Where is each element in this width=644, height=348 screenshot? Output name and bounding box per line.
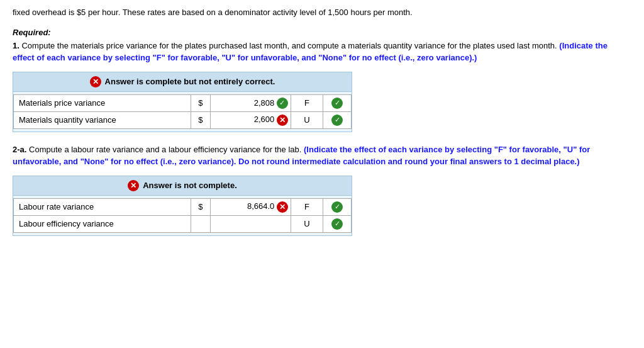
- row3-label: Labour rate variance: [14, 198, 191, 215]
- required-label: Required:: [13, 28, 631, 37]
- row1-value-check-icon: ✓: [277, 98, 288, 109]
- table-row: Materials quantity variance $ 2,600 ✕ U …: [14, 111, 352, 128]
- table-row: Materials price variance $ 2,808 ✓ F ✓: [14, 94, 352, 111]
- row4-value: [210, 215, 291, 232]
- answer-1-status: Answer is complete but not entirely corr…: [105, 77, 275, 86]
- answer-2-header: ✕ Answer is not complete.: [13, 176, 352, 196]
- row1-fvu: F: [291, 94, 323, 111]
- row3-value-x-icon: ✕: [277, 201, 288, 213]
- row2-dollar: $: [191, 111, 210, 128]
- row4-fvu-check-icon: ✓: [331, 218, 343, 230]
- answer-2-status: Answer is not complete.: [143, 181, 237, 190]
- row2-fvu-check: ✓: [323, 111, 352, 128]
- answer-1-table-wrap: Materials price variance $ 2,808 ✓ F ✓ M…: [13, 92, 352, 132]
- row4-dollar: [191, 215, 210, 232]
- q2a-number: 2-a.: [13, 145, 26, 154]
- answer-1-table: Materials price variance $ 2,808 ✓ F ✓ M…: [13, 94, 352, 129]
- table-row: Labour rate variance $ 8,664.0 ✕ F ✓: [14, 198, 352, 215]
- row3-fvu-check-icon: ✓: [331, 201, 343, 213]
- q1-number: 1.: [13, 41, 19, 50]
- answer-box-1: ✕ Answer is complete but not entirely co…: [13, 72, 352, 132]
- row2-value: 2,600 ✕: [210, 111, 291, 128]
- answer-2-table-wrap: Labour rate variance $ 8,664.0 ✕ F ✓ Lab…: [13, 196, 352, 235]
- question-2a-text: 2-a. Compute a labour rate variance and …: [13, 143, 631, 168]
- answer-2-table: Labour rate variance $ 8,664.0 ✕ F ✓ Lab…: [13, 198, 352, 233]
- row1-fvu-check: ✓: [323, 94, 352, 111]
- question-1-text: 1. Compute the materials price variance …: [13, 40, 631, 64]
- row2-fvu: U: [291, 111, 323, 128]
- row3-fvu: F: [291, 198, 323, 215]
- row1-fvu-check-icon: ✓: [331, 98, 343, 109]
- row2-fvu-check-icon: ✓: [331, 115, 343, 126]
- row2-label: Materials quantity variance: [14, 111, 191, 128]
- row2-value-x-icon: ✕: [277, 115, 288, 126]
- row3-dollar: $: [191, 198, 210, 215]
- row4-fvu-check: ✓: [323, 215, 352, 232]
- answer-1-header: ✕ Answer is complete but not entirely co…: [13, 72, 352, 92]
- table-row: Labour efficiency variance U ✓: [14, 215, 352, 232]
- q1-text: Compute the materials price variance for…: [21, 41, 557, 50]
- q2a-text: Compute a labour rate variance and a lab…: [29, 145, 301, 154]
- row4-fvu: U: [291, 215, 323, 232]
- row4-label: Labour efficiency variance: [14, 215, 191, 232]
- row3-value: 8,664.0 ✕: [210, 198, 291, 215]
- row1-label: Materials price variance: [14, 94, 191, 111]
- row1-dollar: $: [191, 94, 210, 111]
- top-description: fixed overhead is $5 per hour. These rat…: [13, 6, 631, 19]
- row3-fvu-check: ✓: [323, 198, 352, 215]
- answer-1-x-icon: ✕: [90, 76, 101, 87]
- row1-value: 2,808 ✓: [210, 94, 291, 111]
- answer-2-x-icon: ✕: [128, 180, 139, 191]
- answer-box-2: ✕ Answer is not complete. Labour rate va…: [13, 176, 352, 236]
